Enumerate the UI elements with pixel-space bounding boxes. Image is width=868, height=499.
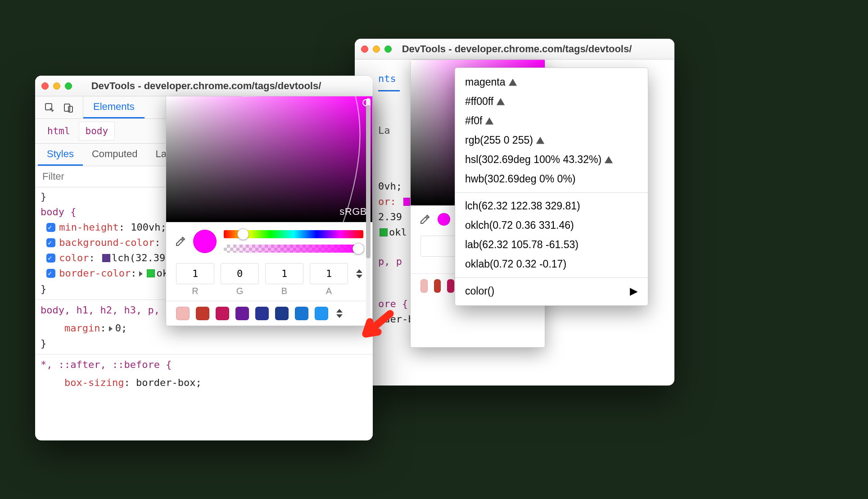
gamut-label: sRGB [339,206,367,218]
tab-elements[interactable]: Elements [83,96,145,118]
window-title: DevTools - developer.chrome.com/tags/dev… [77,80,366,92]
color-swatch-icon[interactable] [102,254,110,262]
titlebar: DevTools - developer.chrome.com/tags/dev… [355,39,674,59]
palette-swatch[interactable] [447,279,454,293]
window-title: DevTools - developer.chrome.com/tags/dev… [397,43,668,55]
decl-checkbox[interactable] [46,254,55,263]
current-color-swatch [193,230,217,253]
channel-label: B [265,286,303,296]
dd-item[interactable]: lch(62.32 122.38 329.81) [455,196,648,216]
annotation-arrow-icon [356,308,396,351]
channel-label: A [310,286,348,296]
channel-label: G [221,286,259,296]
warning-icon [485,115,494,127]
palette-swatch[interactable] [235,307,249,320]
color-swatch-icon[interactable] [147,269,155,277]
dd-item[interactable]: oklab(0.72 0.32 -0.17) [455,254,648,274]
channel-r-input[interactable]: 1 [176,263,214,284]
palette-row [166,301,372,326]
channel-label: R [176,286,214,296]
palette-swatch[interactable] [295,307,308,320]
dd-item-color-fn[interactable]: color()▶ [455,281,648,301]
expand-icon[interactable] [109,326,113,331]
close-window-button[interactable] [361,45,368,53]
dd-item[interactable]: hsl(302.69deg 100% 43.32%) [455,150,648,169]
decl-checkbox[interactable] [46,238,55,247]
palette-swatch[interactable] [255,307,269,320]
decl-checkbox[interactable] [46,269,55,278]
subtab-computed[interactable]: Computed [83,144,147,166]
crumb-body[interactable]: body [79,122,115,141]
palette-swatch[interactable] [420,279,428,293]
palette-swatch[interactable] [176,307,190,320]
chevron-right-icon: ▶ [630,285,638,297]
current-color-swatch [438,213,450,226]
eyedropper-icon[interactable] [175,236,186,247]
traffic-lights [361,45,392,53]
minimize-window-button[interactable] [373,45,380,53]
expand-icon[interactable] [139,271,143,277]
dd-item[interactable]: hwb(302.69deg 0% 0%) [455,169,648,189]
dd-item[interactable]: #f0f [455,111,648,131]
crumb-html[interactable]: html [41,122,77,141]
eyedropper-icon[interactable] [420,214,430,225]
zoom-window-button[interactable] [65,82,72,90]
warning-icon [604,154,613,166]
color-format-switcher[interactable] [354,269,362,278]
inspect-element-icon[interactable] [44,102,55,113]
palette-swatch[interactable] [196,307,209,320]
close-window-button[interactable] [41,82,49,90]
channel-b-input[interactable]: 1 [265,263,303,284]
dd-item[interactable]: rgb(255 0 255) [455,131,648,150]
alpha-slider[interactable] [224,245,363,253]
traffic-lights [41,82,72,90]
channel-g-input[interactable]: 0 [221,263,259,284]
color-format-dropdown: magenta #ff00ff #f0f rgb(255 0 255) hsl(… [455,68,648,306]
dd-item[interactable]: lab(62.32 105.78 -61.53) [455,235,648,254]
dd-item[interactable]: oklch(0.72 0.36 331.46) [455,216,648,235]
zoom-window-button[interactable] [384,45,392,53]
palette-swatch[interactable] [275,307,289,320]
hue-slider[interactable] [224,230,363,238]
palette-swatch[interactable] [216,307,229,320]
warning-icon [496,95,505,108]
subtab-styles[interactable]: Styles [38,144,83,166]
scrollbar[interactable] [366,98,371,324]
warning-icon [536,134,545,146]
svg-rect-1 [64,104,70,111]
decl-checkbox[interactable] [46,223,55,232]
palette-switch[interactable] [335,309,343,318]
minimize-window-button[interactable] [53,82,60,90]
palette-swatch[interactable] [315,307,328,320]
color-picker-popup: sRGB 1 0 1 1 R G B A [166,96,373,326]
dd-item[interactable]: magenta [455,73,648,92]
device-toggle-icon[interactable] [63,102,74,113]
spectrum-area[interactable]: sRGB [166,96,372,222]
warning-icon [508,76,517,88]
titlebar: DevTools - developer.chrome.com/tags/dev… [35,76,373,96]
channel-a-input[interactable]: 1 [310,263,348,284]
dd-item[interactable]: #ff00ff [455,92,648,111]
palette-swatch[interactable] [434,279,441,293]
